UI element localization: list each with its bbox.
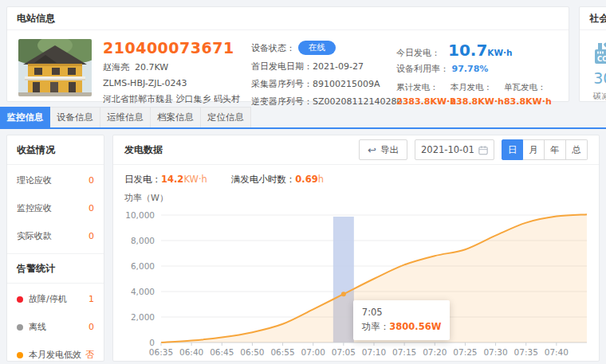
svg-text:4,000: 4,000	[131, 287, 155, 296]
calendar-icon	[478, 145, 488, 155]
svg-text:07:05: 07:05	[332, 347, 356, 357]
collector-sn: 89100215009A	[313, 79, 380, 89]
svg-text:8,000: 8,000	[131, 236, 155, 245]
carbon-reduction-label: 碳减排	[583, 91, 606, 102]
device-status-row: 设备状态： 在线	[251, 41, 385, 55]
revenue-section: 收益情况 理论应收 0 监控应收 0 实际收款 0	[7, 135, 104, 253]
range-day-button[interactable]: 日	[502, 139, 523, 160]
export-button[interactable]: ↩ 导出	[359, 139, 407, 160]
svg-text:06:55: 06:55	[270, 347, 294, 357]
low-efficiency-dot-icon	[17, 352, 23, 358]
carbon-reduction-item: CO₂ 30t 碳减排	[583, 39, 606, 102]
first-gen-row: 首日发电日期： 2021-09-27	[251, 61, 385, 72]
house-illustration	[18, 39, 92, 96]
svg-text:06:50: 06:50	[240, 347, 264, 357]
svg-text:06:35: 06:35	[149, 347, 173, 357]
utilization: 设备利用率： 97.78%	[396, 63, 557, 75]
svg-text:07:30: 07:30	[483, 347, 507, 357]
month-generation: 本月发电： 238.8KW·h	[450, 82, 503, 107]
power-area-chart[interactable]: 02,0004,0006,0008,00010,00006:3506:4006:…	[124, 205, 588, 364]
svg-text:07:15: 07:15	[392, 347, 416, 357]
range-year-button[interactable]: 年	[545, 139, 566, 160]
tab-device-info[interactable]: 设备信息	[50, 107, 100, 127]
svg-text:07:10: 07:10	[362, 347, 386, 357]
per-watt-generation: 单瓦发电： 83.8KW·h	[504, 82, 557, 107]
today-generation: 今日发电： 10.7 KW·h	[396, 41, 557, 60]
alarm-row-low-efficiency: 本月发电低效 否	[17, 341, 94, 364]
range-month-button[interactable]: 月	[523, 139, 545, 160]
revenue-title: 收益情况	[7, 135, 104, 165]
tab-location-info[interactable]: 定位信息	[201, 107, 251, 127]
svg-text:07:35: 07:35	[514, 347, 538, 357]
revenue-row-monitored: 监控应收 0	[17, 194, 94, 222]
alarm-section: 告警统计 故障/停机 1 离线 0 本月发电低效	[7, 253, 104, 364]
range-total-button[interactable]: 总	[566, 139, 588, 160]
station-owner: 赵海亮	[103, 62, 129, 72]
fault-dot-icon	[17, 296, 23, 303]
svg-text:07:25: 07:25	[453, 347, 477, 357]
station-owner-capacity: 赵海亮 20.7KW	[103, 61, 240, 73]
tab-archive-info[interactable]: 档案信息	[151, 107, 201, 127]
export-arrow-icon: ↩	[368, 145, 376, 155]
svg-text:07:20: 07:20	[423, 347, 447, 357]
left-sidebar: 收益情况 理论应收 0 监控应收 0 实际收款 0	[6, 135, 104, 362]
chart-panel-title: 发电数据	[124, 143, 163, 157]
alarm-row-offline: 离线 0	[17, 313, 94, 341]
co2-factory-icon: CO₂	[583, 39, 606, 66]
svg-text:06:45: 06:45	[210, 347, 234, 357]
svg-text:06:40: 06:40	[179, 347, 203, 357]
generation-data-panel: 发电数据 ↩ 导出	[112, 135, 600, 362]
social-contribution-panel: 社会贡献 CO₂	[579, 6, 606, 102]
full-hours-stat: 满发电小时数：0.69h	[231, 174, 324, 186]
svg-text:2,000: 2,000	[131, 312, 155, 322]
carbon-reduction-value: 30	[593, 69, 606, 87]
date-picker[interactable]	[415, 139, 494, 160]
svg-text:10,000: 10,000	[125, 210, 155, 220]
tab-operation-info[interactable]: 运维信息	[100, 107, 151, 127]
station-photo	[18, 39, 92, 96]
inverter-sn: SZ00208112140280	[313, 96, 403, 107]
device-status-label: 设备状态：	[251, 42, 295, 54]
offline-dot-icon	[17, 324, 23, 331]
tab-monitor-info[interactable]: 监控信息	[0, 107, 50, 127]
revenue-row-actual: 实际收款 0	[17, 222, 94, 250]
dashboard-page: 电站信息	[0, 0, 606, 364]
utilization-value: 97.78%	[452, 64, 489, 74]
total-generation: 累计发电： 2383.8KW·h	[396, 82, 450, 107]
svg-text:07:00: 07:00	[301, 347, 325, 357]
y-axis-title: 功率（W）	[113, 186, 599, 204]
station-code: ZLMS-HBJ-ZJL-0243	[103, 78, 240, 88]
station-panel-title: 电站信息	[7, 7, 569, 30]
svg-text:6,000: 6,000	[131, 261, 155, 271]
inverter-row: 逆变器序列号： SZ00208112140280	[251, 96, 385, 108]
alarm-title: 告警统计	[7, 254, 104, 284]
first-gen-date: 2021-09-27	[313, 61, 364, 72]
contribution-panel-title: 社会贡献	[580, 7, 606, 30]
station-info-panel: 电站信息	[6, 6, 569, 102]
range-segmented-control: 日 月 年 总	[502, 139, 588, 160]
date-input[interactable]	[421, 144, 478, 155]
revenue-row-theoretical: 理论应收 0	[17, 166, 94, 194]
svg-text:07:40: 07:40	[545, 347, 569, 357]
online-status-badge: 在线	[298, 41, 336, 55]
alarm-row-fault: 故障/停机 1	[17, 285, 94, 313]
top-row: 电站信息	[6, 6, 600, 102]
station-capacity: 20.7KW	[135, 62, 168, 72]
chart-canvas[interactable]: 02,0004,0006,0008,00010,00006:3506:4006:…	[124, 205, 591, 364]
svg-text:0: 0	[149, 338, 155, 347]
today-generation-value: 10.7	[448, 41, 487, 60]
svg-text:CO₂: CO₂	[597, 55, 606, 63]
collector-row: 采集器序列号： 89100215009A	[251, 78, 385, 90]
station-address: 河北省邯郸市魏县 沙口集乡 码头村	[103, 93, 240, 105]
daily-generation-stat: 日发电：14.2KW·h	[124, 174, 207, 186]
station-id: 210400073671	[103, 39, 240, 57]
